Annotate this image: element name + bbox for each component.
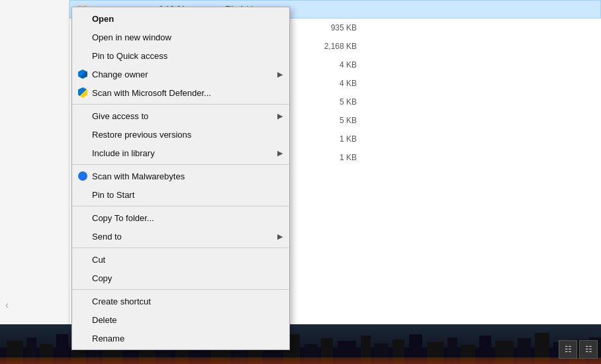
taskbar-button-1[interactable]: ☷ (559, 340, 577, 359)
menu-separator (72, 206, 289, 206)
menu-item-label: Open (92, 14, 114, 24)
menu-item-label: Pin to Quick access (92, 51, 167, 61)
file-size: 4 KB (304, 79, 357, 88)
menu-item-label: Change owner (92, 69, 148, 79)
menu-item-copy[interactable]: Copy (72, 269, 289, 287)
menu-item-cut[interactable]: Cut (72, 250, 289, 269)
menu-item-open-new-window[interactable]: Open in new window (72, 28, 289, 46)
nav-sidebar (0, 0, 69, 324)
malwarebytes-icon (77, 171, 88, 181)
file-size: 5 KB (304, 97, 357, 107)
grid-icon: ☷ (565, 345, 572, 354)
menu-item-label: Open in new window (92, 32, 171, 42)
file-size: 2,168 KB (304, 42, 357, 51)
menu-item-label: Scan with Microsoft Defender... (92, 88, 211, 98)
menu-item-pin-start[interactable]: Pin to Start (72, 185, 289, 204)
taskbar-right-buttons: ☷ ☷ (559, 340, 598, 359)
menu-item-label: Rename (92, 334, 124, 343)
menu-item-label: Scan with Malwarebytes (92, 171, 185, 181)
submenu-arrow-icon: ▶ (277, 232, 283, 241)
file-size: 935 KB (304, 23, 357, 32)
menu-item-label: Pin to Start (92, 190, 134, 200)
menu-item-label: Delete (92, 315, 117, 325)
file-size: 4 KB (304, 60, 357, 69)
context-menu: OpenOpen in new windowPin to Quick acces… (71, 7, 290, 350)
menu-item-scan-malwarebytes[interactable]: Scan with Malwarebytes (72, 167, 289, 185)
menu-item-label: Copy To folder... (92, 213, 154, 223)
menu-separator (72, 164, 289, 165)
menu-item-rename[interactable]: Rename (72, 329, 289, 347)
file-size: 5 KB (304, 116, 357, 125)
svg-rect-35 (0, 357, 601, 364)
scroll-indicator: ‹ (5, 299, 9, 311)
taskbar-button-2[interactable]: ☷ (579, 340, 598, 359)
menu-item-open[interactable]: Open (72, 9, 289, 28)
menu-item-give-access[interactable]: Give access to▶ (72, 107, 289, 125)
menu-item-label: Cut (92, 255, 105, 265)
menu-item-label: Send to (92, 232, 122, 242)
menu-item-label: Copy (92, 273, 112, 283)
menu-item-change-owner[interactable]: Change owner▶ (72, 65, 289, 83)
submenu-arrow-icon: ▶ (277, 112, 283, 120)
menu-item-create-shortcut[interactable]: Create shortcut (72, 292, 289, 310)
menu-separator (72, 289, 289, 290)
shield-yellow-icon (77, 87, 88, 98)
menu-item-include-library[interactable]: Include in library▶ (72, 144, 289, 162)
menu-item-copy-to-folder[interactable]: Copy To folder... (72, 208, 289, 227)
menu-item-restore-versions[interactable]: Restore previous versions (72, 125, 289, 144)
menu-item-delete[interactable]: Delete (72, 310, 289, 329)
menu-item-send-to[interactable]: Send to▶ (72, 227, 289, 246)
menu-item-label: Restore previous versions (92, 130, 191, 140)
menu-separator (72, 248, 289, 248)
submenu-arrow-icon: ▶ (277, 149, 283, 158)
menu-item-pin-quick-access[interactable]: Pin to Quick access (72, 46, 289, 65)
file-size: 1 KB (304, 153, 357, 162)
menu-separator (72, 104, 289, 105)
file-size: 1 KB (304, 134, 357, 144)
menu-item-label: Give access to (92, 111, 148, 121)
submenu-arrow-icon: ▶ (277, 70, 283, 79)
menu-item-label: Include in library (92, 148, 155, 158)
menu-icon: ☷ (585, 345, 592, 354)
menu-item-label: Create shortcut (92, 296, 151, 306)
shield-blue-icon (77, 69, 88, 79)
menu-item-scan-defender[interactable]: Scan with Microsoft Defender... (72, 83, 289, 102)
